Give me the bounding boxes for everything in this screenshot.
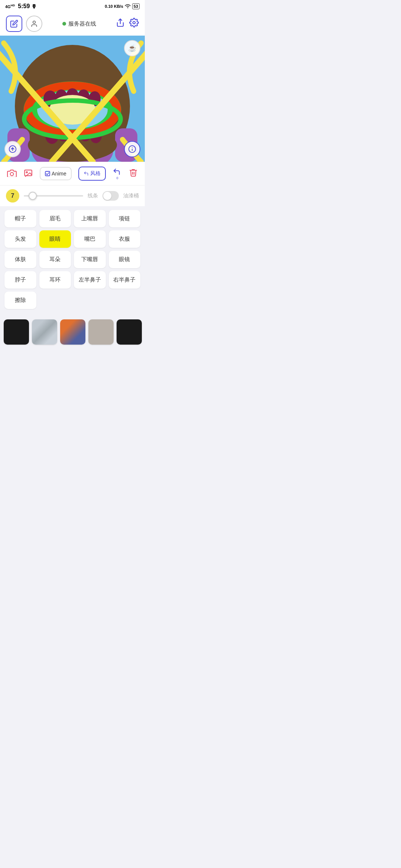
oil-label: 油漆桶 (123, 193, 139, 199)
tag-neck[interactable]: 脖子 (4, 271, 36, 289)
palette-swatch-4[interactable] (117, 319, 142, 345)
palette-row: ᴄ (0, 316, 145, 348)
palette-swatch-3[interactable] (88, 319, 114, 345)
brush-row: 7 线条 油漆桶 (0, 185, 145, 206)
online-indicator (62, 22, 66, 26)
svg-point-36 (10, 172, 14, 175)
idle-button[interactable]: ☕ (124, 40, 140, 56)
tag-grid: 帽子眉毛上嘴唇项链头发眼睛嘴巴衣服体肤耳朵下嘴唇眼镜脖子耳环左半鼻子右半鼻子擦除 (0, 206, 145, 313)
info-icon (128, 145, 136, 153)
profile-button[interactable] (26, 16, 42, 32)
tag-right-nose[interactable]: 右半鼻子 (109, 271, 141, 289)
upload-icon (9, 145, 17, 153)
tag-ear[interactable]: 耳朵 (39, 251, 71, 268)
header-left (6, 16, 42, 32)
header-center: 服务器在线 (62, 20, 96, 27)
tag-necklace[interactable]: 项链 (109, 210, 141, 227)
checkbox-icon (45, 171, 50, 176)
camera-button[interactable] (7, 169, 17, 179)
speed-label: 0.10 KB/s (105, 4, 123, 9)
anime-button[interactable]: Anime (40, 167, 72, 180)
edit-button[interactable] (6, 16, 22, 32)
battery-icon: 53 (132, 3, 140, 9)
status-bar: 4GHD 5:59 🎙 0.10 KB/s 53 (0, 0, 145, 12)
tag-eyebrow[interactable]: 眉毛 (39, 210, 71, 227)
info-button[interactable] (124, 141, 140, 157)
line-label: 线条 (88, 193, 98, 199)
gallery-button[interactable] (23, 169, 33, 179)
brush-size-value: 7 (11, 193, 14, 199)
status-right: 0.10 KB/s 53 (105, 3, 140, 9)
style-label: 风格 (90, 170, 101, 177)
tag-skin[interactable]: 体肤 (4, 251, 36, 268)
tag-hair[interactable]: 头发 (4, 230, 36, 248)
svg-rect-37 (25, 170, 32, 175)
tag-eye[interactable]: 眼睛 (39, 230, 71, 248)
style-button[interactable]: 风格 (78, 167, 106, 181)
header: 服务器在线 (0, 12, 145, 36)
share-button[interactable] (116, 18, 125, 29)
wifi-icon (125, 4, 131, 9)
undo-button[interactable]: 0 (113, 168, 122, 180)
brush-size-indicator: 7 (6, 189, 19, 203)
slider-thumb[interactable] (29, 192, 37, 200)
toolbar: Anime 风格 0 (0, 162, 145, 185)
svg-point-0 (33, 21, 36, 24)
oil-toggle[interactable] (102, 191, 119, 201)
tag-earring[interactable]: 耳环 (39, 271, 71, 289)
svg-point-2 (133, 22, 136, 24)
brush-slider[interactable] (24, 195, 83, 197)
palette-swatch-2[interactable] (60, 319, 85, 345)
tag-lower-lip[interactable]: 下嘴唇 (74, 251, 106, 268)
svg-point-38 (26, 171, 27, 172)
server-status: 服务器在线 (68, 20, 96, 27)
tag-left-nose[interactable]: 左半鼻子 (74, 271, 106, 289)
tag-erase[interactable]: 擦除 (4, 292, 36, 309)
anime-label: Anime (52, 171, 66, 177)
status-left: 4GHD 5:59 🎙 (5, 3, 37, 10)
tag-hat[interactable]: 帽子 (4, 210, 36, 227)
tag-glasses[interactable]: 眼镜 (109, 251, 141, 268)
upload-button[interactable] (4, 141, 21, 157)
signal-icon: 4GHD (5, 4, 15, 9)
palette-swatch-0[interactable] (4, 319, 29, 345)
tag-mouth[interactable]: 嘴巴 (74, 230, 106, 248)
delete-button[interactable] (129, 168, 138, 179)
app-status-icon: 🎙 (31, 3, 37, 10)
header-right (116, 18, 139, 30)
canvas-area[interactable]: ☕ (0, 36, 145, 162)
tag-clothes[interactable]: 衣服 (109, 230, 141, 248)
coffee-icon: ☕ (128, 44, 136, 52)
palette-swatch-1[interactable] (32, 319, 57, 345)
svg-rect-39 (45, 171, 50, 176)
settings-button[interactable] (129, 18, 139, 30)
undo-small-icon (84, 171, 89, 176)
status-time: 5:59 (18, 3, 30, 10)
tag-upper-lip[interactable]: 上嘴唇 (74, 210, 106, 227)
